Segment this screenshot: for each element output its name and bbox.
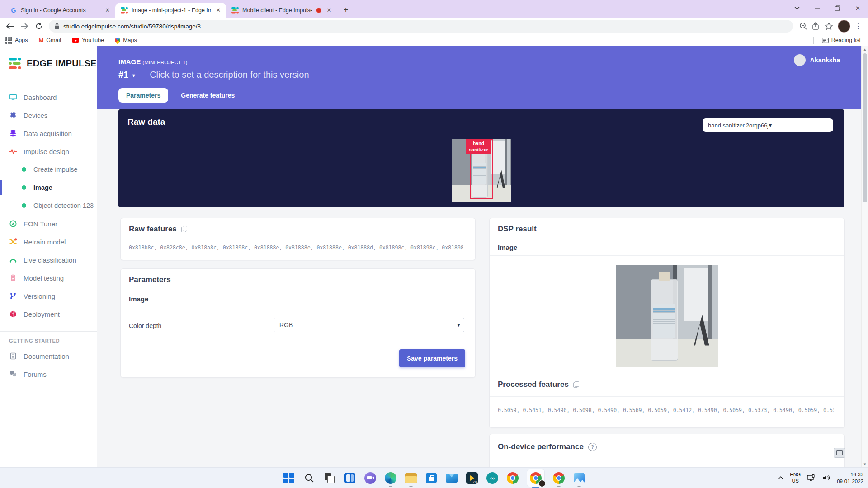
close-window-button[interactable]: ✕ [848,0,868,16]
sidebar-item-impulse-design[interactable]: Impulse design [0,142,97,160]
sidebar-item-model-testing[interactable]: Model testing [0,269,97,287]
sidebar-item-documentation[interactable]: Documentation [0,347,97,365]
task-view-button[interactable] [323,472,336,484]
bookmark-label: Gmail [46,37,61,43]
version-description[interactable]: Click to set a description for this vers… [150,70,309,80]
user-menu[interactable]: Akanksha [794,54,840,66]
bookmark-youtube[interactable]: YouTube [72,37,104,43]
sidebar-item-label: Devices [24,112,47,119]
tab-search-icon[interactable] [787,0,807,16]
copy-icon[interactable] [181,226,187,232]
parameters-card: Parameters Image Color depth RGB ▼ Save … [120,268,476,378]
scroll-down-icon[interactable]: ▼ [862,462,868,466]
page-scrollbar[interactable]: ▲ ▼ [861,46,868,468]
microsoft-store-button[interactable] [425,472,438,484]
processed-features-values[interactable]: 0.5059, 0.5451, 0.5490, 0.5098, 0.5490, … [498,407,834,413]
bookmark-gmail[interactable]: M Gmail [39,37,61,44]
sidebar-item-forums[interactable]: Forums [0,365,97,383]
chrome-button-2[interactable] [552,472,565,484]
chevron-down-icon[interactable]: ▼ [131,73,136,78]
scrollbar-thumb[interactable] [863,53,867,202]
taskbar: 2.0 ∞ ENGUS 16:3309-01-2022 [0,467,868,488]
raw-features-values[interactable]: 0x818b8c, 0x828c8e, 0x818a8c, 0x81898c, … [129,244,463,251]
maps-pin-icon [114,37,122,44]
sidebar-item-dashboard[interactable]: Dashboard [0,88,97,106]
new-tab-button[interactable]: + [340,4,352,16]
apps-grid-icon [5,37,12,44]
arduino-ide-button[interactable]: 2.0 [466,472,478,484]
chrome-icon [507,472,519,484]
minimize-button[interactable] [807,0,827,16]
bookmark-apps[interactable]: Apps [5,37,28,44]
bookmark-maps[interactable]: Maps [115,37,137,43]
feedback-widget-button[interactable] [834,448,845,458]
clock[interactable]: 16:3309-01-2022 [837,471,863,485]
address-bar-actions: ⋮ [797,20,864,33]
google-favicon-icon: G [10,7,17,14]
sidebar-item-versioning[interactable]: Versioning [0,287,97,305]
widgets-button[interactable] [344,472,356,484]
sidebar-item-live-classification[interactable]: Live classification [0,251,97,269]
color-depth-select[interactable]: RGB [274,318,464,332]
chat-button[interactable] [364,472,377,484]
dashboard-icon [9,93,17,101]
volume-icon[interactable] [822,474,830,481]
save-parameters-button[interactable]: Save parameters [399,349,465,367]
sidebar-item-data-acquisition[interactable]: Data acquisition [0,124,97,142]
tab-parameters[interactable]: Parameters [118,88,168,103]
arduino-button[interactable]: ∞ [486,472,499,484]
sidebar-item-image[interactable]: Image [0,178,97,197]
reload-button[interactable] [33,20,45,33]
photos-button[interactable] [573,472,585,484]
sidebar-item-label: Documentation [24,352,69,360]
profile-badge-icon [538,480,546,487]
sidebar-item-deployment[interactable]: Deployment [0,305,97,323]
sidebar-item-create-impulse[interactable]: Create impulse [0,160,97,178]
tab-title: Mobile client - Edge Impulse [242,7,312,14]
sidebar-item-devices[interactable]: Devices [0,106,97,124]
chrome-button-1[interactable] [506,472,519,484]
browser-tab-google[interactable]: G Sign in - Google Accounts ✕ [5,3,115,18]
user-avatar [794,54,806,66]
sidebar-item-retrain-model[interactable]: Retrain model [0,233,97,251]
bookmark-star-icon[interactable] [825,22,833,30]
bottle-cap [659,272,670,281]
mail-button[interactable] [445,472,458,484]
browser-tab-image-active[interactable]: Image - mini-project-1 - Edge Im ✕ [115,3,226,18]
language-indicator[interactable]: ENGUS [790,472,801,484]
zoom-indicator-icon[interactable] [799,22,807,30]
scroll-up-icon[interactable]: ▲ [862,47,868,52]
edge-browser-button[interactable] [384,472,397,484]
share-icon[interactable] [812,22,820,30]
sidebar-item-object-detection[interactable]: Object detection 123 [0,197,97,215]
dsp-result-title: DSP result [498,225,537,234]
hidden-icons-button[interactable] [778,476,783,479]
reading-list-button[interactable]: Reading list [822,37,861,43]
sample-select[interactable]: hand sanitizer.2orqp66j (hand sanitizer)… [703,118,833,132]
restore-button[interactable] [827,0,848,16]
copy-icon[interactable] [573,381,579,388]
chrome-button-active[interactable] [527,469,545,487]
taskbar-search-button[interactable] [303,472,316,484]
url-field[interactable]: studio.edgeimpulse.com/studio/59780/dsp/… [49,20,793,33]
browser-tab-mobile-client[interactable]: Mobile client - Edge Impulse ✕ [226,3,337,18]
close-icon[interactable]: ✕ [325,6,333,14]
profile-avatar[interactable] [838,20,850,33]
start-button[interactable] [283,472,295,484]
file-explorer-button[interactable] [405,472,417,484]
close-icon[interactable]: ✕ [104,6,112,14]
help-icon[interactable]: ? [588,443,597,451]
browser-menu-icon[interactable]: ⋮ [855,22,862,30]
version-selector[interactable]: #1 [118,70,128,80]
sidebar-item-label: Deployment [24,310,60,318]
close-icon[interactable]: ✕ [214,6,222,14]
sidebar-item-label: Forums [24,371,47,378]
sidebar-item-eon-tuner[interactable]: EON Tuner [0,215,97,233]
brand-name: EDGE IMPULSE [27,58,97,69]
tab-title: Image - mini-project-1 - Edge Im [132,7,211,14]
back-button[interactable] [4,20,16,33]
brand[interactable]: EDGE IMPULSE [9,58,97,69]
forward-button[interactable] [18,20,31,33]
network-icon[interactable] [807,474,816,482]
tab-generate-features[interactable]: Generate features [181,92,235,99]
